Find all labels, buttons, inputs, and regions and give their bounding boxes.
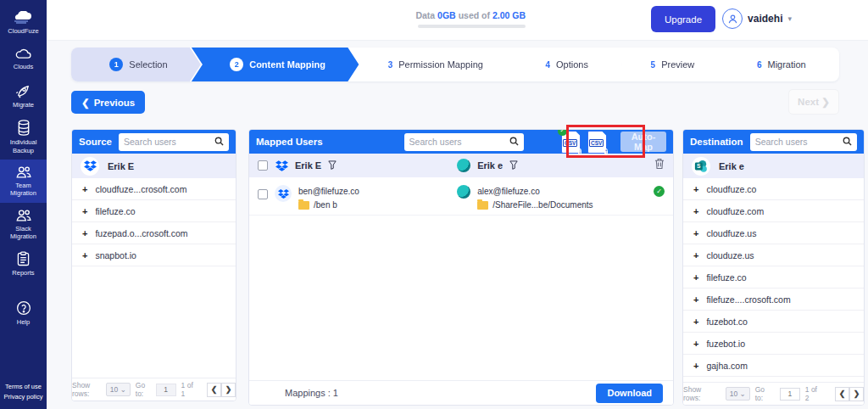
search-icon[interactable]: [509, 134, 519, 149]
mapped-users-search: [404, 133, 524, 151]
search-icon[interactable]: [214, 134, 224, 149]
expand-plus-icon[interactable]: +: [693, 317, 698, 327]
rows-per-page-select[interactable]: 10 ⌄: [106, 383, 131, 396]
mapped-users-search-input[interactable]: [409, 137, 506, 147]
next-button-disabled[interactable]: Next ❯: [788, 89, 839, 115]
csv-file-upload-icon[interactable]: CSV ↑: [587, 131, 607, 154]
prev-page-button[interactable]: ❮: [207, 383, 221, 397]
expand-plus-icon[interactable]: +: [693, 339, 698, 349]
sidebar-item-individual-backup[interactable]: Individual Backup: [0, 114, 47, 160]
source-pagination: Show rows: 10 ⌄ Go to: 1 of 1 ❮ ❯: [72, 378, 236, 401]
user-menu[interactable]: vaidehi ▾: [722, 8, 792, 29]
expand-plus-icon[interactable]: +: [82, 184, 87, 194]
source-search: [119, 133, 229, 151]
destination-list-item[interactable]: + clouduze.us: [683, 244, 864, 266]
next-page-button[interactable]: ❯: [849, 387, 864, 401]
source-user-email: ben@filefuze.co: [298, 187, 359, 196]
step-content-mapping[interactable]: 2 Content Mapping: [192, 48, 359, 81]
expand-plus-icon[interactable]: +: [693, 228, 698, 238]
cloud-icon: [15, 48, 32, 60]
page-info: 1 of 2: [805, 385, 823, 402]
mappings-count: Mappings : 1: [285, 388, 338, 398]
upgrade-button[interactable]: Upgrade: [651, 6, 715, 32]
prev-page-button[interactable]: ❮: [835, 387, 849, 401]
select-all-checkbox[interactable]: [258, 160, 268, 171]
sidebar-logo[interactable]: CloudFuze: [0, 5, 47, 40]
mapping-row[interactable]: ben@filefuze.co /ben b alex@filefuze.co …: [249, 177, 673, 216]
next-page-button[interactable]: ❯: [221, 383, 236, 397]
source-panel-header: Source: [72, 130, 236, 154]
expand-plus-icon[interactable]: +: [693, 272, 698, 283]
filter-funnel-icon[interactable]: [328, 158, 337, 173]
svg-text:S: S: [697, 163, 701, 169]
delete-mappings-icon[interactable]: [654, 158, 665, 173]
destination-list-item[interactable]: + filefuze....crosoft.com: [683, 289, 864, 311]
destination-list-item[interactable]: + fuzebot.co: [683, 311, 864, 333]
destination-search-input[interactable]: [755, 137, 839, 147]
sidebar-item-slack-migration[interactable]: Slack Migration: [0, 203, 47, 246]
sidebar-item-help[interactable]: Help: [0, 294, 47, 331]
chevron-down-icon: ▾: [787, 14, 792, 23]
auto-map-button-disabled[interactable]: Auto-Map: [620, 132, 666, 152]
expand-plus-icon[interactable]: +: [82, 206, 87, 216]
chevron-left-icon: ❮: [81, 97, 90, 109]
topbar: Data 0GB used of 2.00 GB Upgrade vaidehi…: [47, 0, 868, 41]
mapped-users-header: Mapped Users CSV ↓ ✓ CSV ↑: [249, 130, 673, 154]
expand-plus-icon[interactable]: +: [82, 250, 87, 261]
destination-list-item[interactable]: + fuzebot.io: [683, 333, 864, 355]
sidebar-item-team-migration[interactable]: Team Migration: [0, 160, 47, 203]
filter-funnel-icon[interactable]: [509, 158, 518, 173]
source-list-item[interactable]: + snapbot.io: [72, 244, 236, 266]
destination-list-item[interactable]: + filefuze.co: [683, 266, 864, 289]
step-migration[interactable]: 6 Migration: [719, 48, 839, 81]
data-total-value: 2.00 GB: [492, 10, 526, 20]
rows-per-page-select[interactable]: 10 ⌄: [726, 387, 750, 401]
cloudfuze-logo-icon: [13, 11, 35, 25]
destination-list-item[interactable]: + cloudfuze.co: [683, 178, 864, 200]
sharefile-icon: [457, 185, 470, 199]
destination-list-item[interactable]: + gajha.com: [683, 355, 864, 377]
source-account-name: Erik E: [108, 161, 134, 171]
search-icon[interactable]: [843, 134, 852, 149]
privacy-policy-link[interactable]: Privacy policy: [4, 392, 43, 402]
mapped-users-title: Mapped Users: [256, 137, 323, 147]
previous-button[interactable]: ❮ Previous: [71, 91, 145, 114]
terms-of-use-link[interactable]: Terms of use: [4, 382, 43, 392]
expand-plus-icon[interactable]: +: [693, 361, 698, 371]
step-preview[interactable]: 5 Preview: [612, 48, 727, 81]
source-list-item[interactable]: + cloudfuze...crosoft.com: [72, 178, 236, 200]
step-selection[interactable]: 1 Selection: [71, 48, 201, 81]
source-list-item[interactable]: + filefuze.co: [72, 200, 236, 222]
mapped-destination-account-name: Erik e: [477, 160, 503, 171]
clipboard-icon: [17, 251, 30, 266]
step-options[interactable]: 4 Options: [507, 48, 621, 81]
expand-plus-icon[interactable]: +: [693, 294, 698, 305]
source-list-item[interactable]: + fuzepad.o...crosoft.com: [72, 222, 236, 244]
destination-panel-title: Destination: [690, 137, 743, 147]
mapped-users-footer: Mappings : 1 Download: [249, 380, 673, 405]
csv-file-download-icon[interactable]: CSV ↓ ✓: [561, 131, 581, 154]
destination-list-item[interactable]: + cloudfuze.us: [683, 222, 864, 244]
goto-page-input[interactable]: [780, 388, 800, 401]
arrow-up-icon: ↑: [604, 148, 608, 155]
step-permission-mapping[interactable]: 3 Permission Mapping: [349, 48, 516, 81]
expand-plus-icon[interactable]: +: [693, 206, 698, 216]
expand-plus-icon[interactable]: +: [693, 184, 698, 194]
source-search-input[interactable]: [124, 137, 211, 147]
rocket-icon: [15, 82, 31, 98]
download-button[interactable]: Download: [596, 384, 663, 403]
chevron-right-icon: ❯: [821, 97, 830, 107]
sidebar-item-clouds[interactable]: Clouds: [0, 42, 47, 76]
destination-account-row[interactable]: S Erik e: [683, 154, 864, 178]
sidebar-item-reports[interactable]: Reports: [0, 245, 47, 282]
expand-plus-icon[interactable]: +: [82, 228, 87, 238]
username: vaidehi: [748, 13, 782, 25]
expand-plus-icon[interactable]: +: [693, 250, 698, 261]
source-account-row[interactable]: Erik E: [72, 154, 236, 178]
goto-page-input[interactable]: [156, 384, 176, 396]
destination-list-item[interactable]: + cloudfuze.com: [683, 200, 864, 222]
row-checkbox[interactable]: [258, 189, 268, 199]
dropbox-icon: [81, 157, 99, 176]
sidebar-item-migrate[interactable]: Migrate: [0, 76, 47, 114]
arrow-down-icon: ↓: [578, 148, 581, 155]
